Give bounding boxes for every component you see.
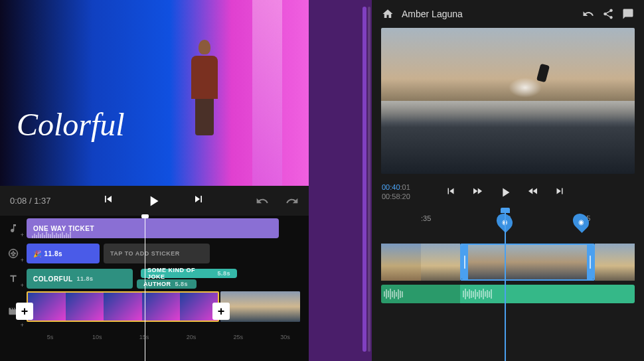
- add-sticker-placeholder[interactable]: TAP TO ADD STICKER: [104, 244, 210, 263]
- video-editor-left: Colorful 0:08 / 1:37 + + + + ONE WAY TIC…: [0, 0, 309, 361]
- frame-forward-icon[interactable]: [527, 185, 539, 197]
- trim-handle-right[interactable]: [587, 245, 594, 279]
- undo-icon[interactable]: [582, 8, 594, 20]
- audio-track[interactable]: [381, 285, 635, 303]
- svg-point-2: [14, 252, 15, 253]
- redo-icon[interactable]: [285, 194, 299, 208]
- ruler-tick: 5s: [27, 334, 74, 340]
- add-clip-button[interactable]: +: [16, 303, 33, 320]
- timeline-ruler: 5s 10s 15s 20s 25s 30s: [27, 331, 309, 343]
- text-clip-label: SOME KIND OF JOKE: [147, 267, 213, 280]
- text-clip-duration: 11.8s: [77, 275, 94, 282]
- text-clip-author[interactable]: AUTHOR5.8s: [137, 279, 197, 289]
- svg-point-0: [9, 250, 17, 257]
- video-clip-selected[interactable]: [460, 244, 595, 281]
- sticker-duration: 11.8s: [44, 250, 63, 257]
- preview-subject: [186, 40, 222, 133]
- playhead[interactable]: [505, 210, 506, 361]
- ruler-tick: 20s: [167, 334, 214, 340]
- video-clip[interactable]: [381, 244, 460, 281]
- add-clip-button[interactable]: +: [212, 303, 230, 320]
- project-title: Amber Laguna: [402, 9, 463, 19]
- sticker-clip[interactable]: 🎉11.8s: [27, 244, 100, 263]
- video-preview[interactable]: Colorful: [0, 0, 309, 186]
- playback-controls: 0:08 / 1:37: [0, 186, 309, 216]
- title-overlay: Colorful: [17, 106, 125, 143]
- time-indicator: 0:08 / 1:37: [10, 196, 50, 206]
- video-editor-right: Amber Laguna 00:40:01 00:58:20 :35 :40 :…: [372, 0, 644, 361]
- next-icon[interactable]: [192, 192, 205, 206]
- playback-controls: 00:40:01 00:58:20: [372, 174, 644, 210]
- text-clip-label: COLORFUL: [33, 275, 73, 283]
- chat-icon[interactable]: [622, 8, 634, 20]
- play-icon[interactable]: [145, 192, 162, 210]
- time-current: 00:40: [382, 183, 400, 191]
- text-clip-colorful[interactable]: COLORFUL11.8s: [27, 269, 133, 289]
- preview-subject: [538, 64, 562, 91]
- gutter: [309, 0, 372, 361]
- skip-forward-icon[interactable]: [554, 185, 566, 197]
- video-clip[interactable]: [595, 244, 635, 281]
- video-clip[interactable]: [220, 291, 300, 322]
- play-icon[interactable]: [498, 185, 513, 200]
- ruler-tick: :35: [421, 214, 431, 222]
- svg-point-1: [11, 252, 12, 253]
- ruler-tick: 25s: [214, 334, 262, 340]
- frame-back-icon[interactable]: [471, 185, 483, 197]
- trim-handle-left[interactable]: [461, 245, 468, 279]
- undo-icon[interactable]: [256, 194, 269, 208]
- timeline[interactable]: + + + + ONE WAY TICKET 🎉11.8s TAP TO ADD…: [0, 216, 309, 361]
- text-clip-label: AUTHOR: [143, 281, 171, 287]
- share-icon[interactable]: [602, 8, 614, 20]
- ruler-tick: 30s: [262, 334, 309, 340]
- skip-back-icon[interactable]: [445, 185, 457, 197]
- video-preview[interactable]: [381, 28, 635, 174]
- text-clip-joke[interactable]: SOME KIND OF JOKE5.8s: [141, 269, 237, 278]
- ruler-tick: 10s: [74, 334, 121, 340]
- prev-icon[interactable]: [102, 192, 115, 206]
- audio-clip[interactable]: ONE WAY TICKET: [27, 218, 279, 238]
- video-clip-selected[interactable]: 35.8s: [27, 291, 219, 322]
- time-indicator: 00:40:01 00:58:20: [382, 183, 410, 200]
- home-icon[interactable]: [382, 8, 394, 20]
- party-icon: 🎉: [33, 250, 42, 257]
- text-clip-duration: 5.8s: [217, 270, 230, 277]
- music-track-icon[interactable]: +: [0, 216, 27, 241]
- text-clip-duration: 5.8s: [175, 281, 189, 287]
- timeline[interactable]: [381, 226, 635, 361]
- sticker-track-icon[interactable]: +: [0, 241, 27, 266]
- topbar: Amber Laguna: [372, 0, 644, 28]
- text-track-icon[interactable]: +: [0, 266, 27, 291]
- playhead[interactable]: [145, 216, 145, 361]
